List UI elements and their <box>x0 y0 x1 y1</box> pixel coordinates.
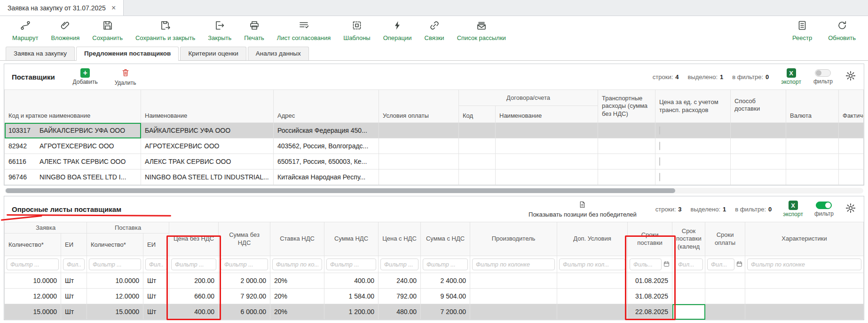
cell-payment-terms[interactable] <box>379 170 459 185</box>
cell-vat-sum[interactable]: 1 200.00 <box>324 304 379 320</box>
cell-contract-name[interactable] <box>496 154 598 170</box>
cell-unit-price-flag[interactable] <box>655 138 731 154</box>
cell-transport-costs[interactable] <box>598 123 655 138</box>
cell-unit-price-flag[interactable] <box>655 154 731 170</box>
close-doc-button[interactable]: Закрыть <box>208 20 231 41</box>
cell-price-no-vat[interactable]: 660.00 <box>169 289 219 304</box>
cell-add-conditions[interactable] <box>557 273 628 289</box>
filter-input-characteristics[interactable] <box>747 258 861 270</box>
delete-supplier-button[interactable]: Удалить <box>115 68 136 86</box>
cell-currency[interactable] <box>786 170 839 185</box>
cell-name[interactable]: АГРОТЕХСЕРВИС ООО <box>141 138 274 154</box>
add-supplier-button[interactable]: + Добавить <box>73 68 98 85</box>
transport-price-checkbox[interactable] <box>659 173 660 181</box>
cell-manufacturer[interactable] <box>470 304 557 320</box>
cell-price-with-vat[interactable]: 240.00 <box>379 273 421 289</box>
suppliers-settings-button[interactable] <box>845 70 856 83</box>
questionnaire-export-button[interactable]: X экспорт <box>783 201 803 218</box>
cell-contract-name[interactable] <box>496 170 598 185</box>
cell-address[interactable]: 403562, Россия, Волгоградс... <box>274 138 379 154</box>
filter-input-qty-request[interactable] <box>7 258 59 270</box>
cell-contract-code[interactable] <box>459 154 496 170</box>
cell-payment-dates[interactable] <box>705 273 745 289</box>
cell-characteristics[interactable] <box>745 304 864 320</box>
sheet-row[interactable]: 15.0000 Шт 15.0000 Шт 400.00 6 000.00 20… <box>5 304 864 320</box>
refresh-button[interactable]: Обновить <box>828 20 856 41</box>
registry-button[interactable]: Реестр <box>792 20 812 41</box>
tab-evaluation-criteria[interactable]: Критерии оценки <box>180 47 246 60</box>
cell-vat-rate[interactable]: 20% <box>270 273 324 289</box>
cell-vat-rate[interactable]: 20% <box>270 304 324 320</box>
cell-contract-code[interactable] <box>459 138 496 154</box>
cell-contract-name[interactable] <box>496 138 598 154</box>
cell-characteristics[interactable] <box>745 273 864 289</box>
cell-qty-request[interactable]: 10.0000 <box>5 273 61 289</box>
print-button[interactable]: Печать <box>244 20 264 41</box>
transport-price-checkbox[interactable] <box>659 157 660 166</box>
cell-qty-request[interactable]: 15.0000 <box>5 304 61 320</box>
route-button[interactable]: Маршрут <box>12 20 38 41</box>
col-header-currency[interactable]: Валюта <box>786 90 839 123</box>
questionnaire-filter-toggle[interactable]: фильтр <box>814 202 834 217</box>
col-header-delivery-method[interactable]: Способ доставки <box>731 90 786 123</box>
cell-delivery-dates[interactable]: 31.08.2025 <box>628 289 672 304</box>
col-header-name[interactable]: Наименование <box>141 90 274 123</box>
cell-payment-terms[interactable] <box>379 138 459 154</box>
supplier-row[interactable]: 96746NINGBO BOA STEEL LTD I... NINGBO BO… <box>5 170 864 185</box>
cell-delivery-dates[interactable]: 01.08.2025 <box>628 273 672 289</box>
cell-currency[interactable] <box>786 123 839 138</box>
transport-price-checkbox[interactable] <box>659 142 660 150</box>
calendar-icon[interactable] <box>736 260 743 269</box>
col-header-qty-request[interactable]: Количество* <box>5 234 61 256</box>
filter-input-sum-with-vat[interactable] <box>423 258 468 270</box>
col-header-unit-price[interactable]: Цена за ед. с учетом трансп. расходов <box>655 90 731 123</box>
cell-actual[interactable] <box>839 154 864 170</box>
filter-input-payment-dates[interactable] <box>707 258 734 270</box>
col-header-code-name[interactable]: Код и краткое наименование <box>5 90 141 123</box>
cell-price-with-vat[interactable]: 792.00 <box>379 289 421 304</box>
cell-vat-rate[interactable]: 20% <box>270 289 324 304</box>
filter-input-ei-supply[interactable] <box>145 258 167 270</box>
supplier-row[interactable]: 103317БАЙКАЛСЕРВИС УФА ООО БАЙКАЛСЕРВИС … <box>5 123 864 138</box>
filter-input-delivery-dates[interactable] <box>630 258 662 270</box>
cell-contract-code[interactable] <box>459 123 496 138</box>
col-header-vat-rate[interactable]: Ставка НДС <box>270 222 324 256</box>
cell-sum-with-vat[interactable]: 2 400.00 <box>421 273 470 289</box>
approval-sheet-button[interactable]: Лист согласования <box>277 20 331 41</box>
cell-name[interactable]: БАЙКАЛСЕРВИС УФА ООО <box>141 123 274 138</box>
filter-input-price-with-vat[interactable] <box>380 258 418 270</box>
col-header-transport-costs[interactable]: Транспортные расходы (сумма без НДС) <box>598 90 655 123</box>
col-header-price-no-vat[interactable]: Цена без НДС <box>169 222 219 256</box>
tab-supplier-offers[interactable]: Предложения поставщиков <box>76 47 179 61</box>
filter-input-qty-supply[interactable] <box>89 258 141 270</box>
tab-data-analysis[interactable]: Анализ данных <box>248 47 309 60</box>
cell-unit-price-flag[interactable] <box>655 123 731 138</box>
filter-input-sum-no-vat[interactable] <box>221 258 268 270</box>
filter-input-price-no-vat[interactable] <box>171 258 216 270</box>
cell-name[interactable]: NINGBO BOA STEEL LTD INDUSTRIAL... <box>141 170 274 185</box>
cell-actual[interactable] <box>839 138 864 154</box>
col-header-actual[interactable]: Фактичес <box>839 90 864 123</box>
links-button[interactable]: Связки <box>425 20 444 41</box>
col-header-characteristics[interactable]: Характеристики <box>745 222 864 256</box>
show-positions-button[interactable]: Показывать позиции без победителей <box>529 201 637 218</box>
sheet-row[interactable]: 10.0000 Шт 10.0000 Шт 200.00 2 000.00 20… <box>5 273 864 289</box>
cell-actual[interactable] <box>839 123 864 138</box>
cell-qty-request[interactable]: 12.0000 <box>5 289 61 304</box>
col-header-price-with-vat[interactable]: Цена с НДС <box>379 222 421 256</box>
calendar-icon[interactable] <box>663 260 670 269</box>
operations-button[interactable]: Операции <box>383 20 412 41</box>
cell-currency[interactable] <box>786 138 839 154</box>
cell-delivery-method[interactable] <box>731 170 786 185</box>
supplier-row[interactable]: 66116АЛЕКС ТРАК СЕРВИС ООО АЛЕКС ТРАК СЕ… <box>5 154 864 170</box>
save-button[interactable]: Сохранить <box>92 20 123 41</box>
col-header-delivery-days[interactable]: Срок поставки (календ <box>672 222 705 256</box>
filter-input-vat-rate[interactable] <box>272 258 322 270</box>
cell-payment-dates[interactable] <box>705 289 745 304</box>
col-header-ei-supply[interactable]: ЕИ <box>143 234 169 256</box>
cell-unit-price-flag[interactable] <box>655 170 731 185</box>
cell-qty-supply[interactable]: 12.0000 <box>87 289 143 304</box>
close-tab-icon[interactable]: × <box>111 4 116 12</box>
templates-button[interactable]: Шаблоны <box>343 20 371 41</box>
cell-ei-request[interactable]: Шт <box>61 273 87 289</box>
